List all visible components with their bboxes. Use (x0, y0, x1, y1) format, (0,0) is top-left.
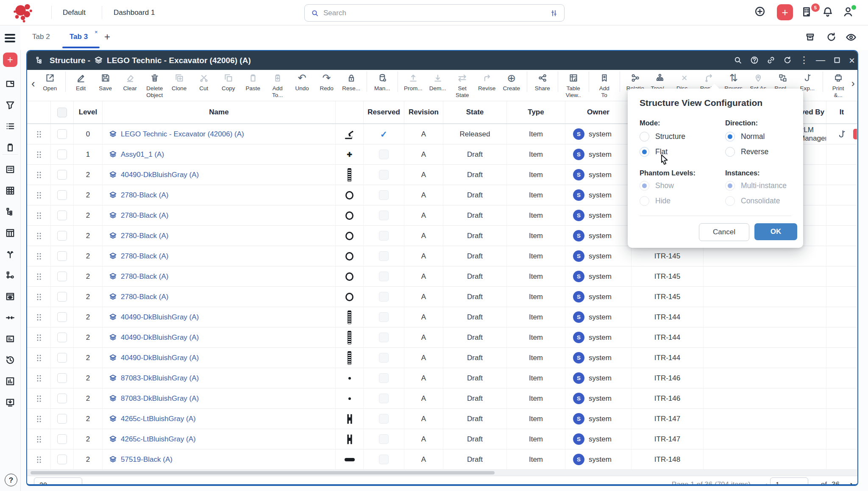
item-name-link[interactable]: Assy01_1 (A) (103, 144, 336, 164)
reserved-cell[interactable] (364, 409, 404, 429)
collapse-toolbar-icon[interactable]: ‹ (31, 78, 35, 89)
page-size-select[interactable]: 20▾ (34, 477, 82, 486)
sidebar-item-eye-window[interactable] (5, 291, 16, 302)
header-type[interactable]: Type (507, 101, 565, 123)
row-checkbox[interactable] (51, 185, 74, 205)
toolbar-button-print[interactable]: Print &... (826, 72, 851, 99)
row-checkbox[interactable] (51, 124, 74, 144)
drag-handle[interactable] (27, 348, 51, 368)
expand-toolbar-icon[interactable]: › (851, 78, 855, 89)
table-row[interactable]: 24265c-LtBluishGray (A)ADraftItemSsystem… (27, 409, 857, 429)
toolbar-button-dem[interactable]: Dem... (426, 72, 450, 92)
reserved-cell[interactable] (364, 144, 404, 164)
filter-sliders-icon[interactable] (550, 9, 558, 17)
reserved-cell[interactable] (364, 246, 404, 266)
radio-structure[interactable]: Structure (640, 132, 685, 141)
quick-create-button[interactable]: + (777, 4, 793, 20)
notifications-icon[interactable] (821, 6, 834, 18)
widget-title-bar[interactable]: Structure - LEGO Technic - Excavator (42… (27, 51, 857, 70)
table-row[interactable]: 240490-DkBluishGray (A)ADraftItemSsystem… (27, 348, 857, 368)
refresh-icon[interactable] (826, 31, 837, 43)
item-name-link[interactable]: 40490-DkBluishGray (A) (103, 348, 336, 368)
workspace-menu[interactable]: Default (63, 0, 86, 25)
item-name-link[interactable]: 57519-Black (A) (103, 449, 336, 469)
horizontal-scrollbar[interactable] (27, 470, 857, 476)
scrollbar-thumb[interactable] (31, 471, 495, 474)
sidebar-item-clipboard[interactable] (5, 142, 16, 153)
brand-logo[interactable] (11, 3, 35, 23)
item-name-link[interactable]: 2780-Black (A) (103, 205, 336, 225)
row-checkbox[interactable] (51, 226, 74, 246)
toolbar-button-revise[interactable]: Revise (475, 72, 499, 92)
eye-icon[interactable] (845, 31, 857, 43)
sidebar-item-grid[interactable] (5, 185, 16, 196)
toolbar-button-clone[interactable]: Clone (167, 72, 192, 92)
drag-handle[interactable] (27, 368, 51, 388)
titlebar-maximize-icon[interactable] (832, 55, 842, 65)
global-search-input[interactable]: Search (304, 4, 565, 22)
hook-icon[interactable] (837, 129, 847, 139)
item-name-link[interactable]: 2780-Black (A) (103, 266, 336, 286)
drag-handle[interactable] (27, 327, 51, 347)
table-row[interactable]: 240490-DkBluishGray (A)ADraftItemSsystem… (27, 327, 857, 348)
toolbar-button-add-to[interactable]: Add To... (265, 72, 290, 99)
drag-handle[interactable] (27, 246, 51, 266)
titlebar-help-icon[interactable] (750, 55, 759, 65)
table-row[interactable]: 22780-Black (A)ADraftItemSsystemITR-145 (27, 287, 857, 307)
toolbar-button-quick[interactable]: Quick (857, 72, 858, 92)
titlebar-link-icon[interactable] (766, 55, 776, 65)
reserved-cell[interactable] (364, 429, 404, 449)
table-row[interactable]: 257519-Black (A)ADraftItemSsystemITR-148 (27, 449, 857, 470)
reserved-cell[interactable] (364, 266, 404, 286)
drag-handle[interactable] (27, 165, 51, 185)
header-revision[interactable]: Revision (404, 101, 443, 123)
row-checkbox[interactable] (51, 246, 74, 266)
header-name[interactable]: Name (103, 101, 336, 123)
item-name-link[interactable]: 40490-DkBluishGray (A) (103, 327, 336, 347)
toolbar-button-table-view[interactable]: Table View.. (561, 72, 586, 99)
toolbar-button-add-to[interactable]: Add To (592, 72, 617, 99)
cancel-button[interactable]: Cancel (699, 223, 749, 241)
row-checkbox[interactable] (51, 307, 74, 327)
sidebar-item-node-link[interactable] (5, 270, 16, 281)
drag-handle[interactable] (27, 266, 51, 286)
drag-handle[interactable] (27, 409, 51, 429)
toolbar-button-clear[interactable]: Clear (118, 72, 142, 92)
reserved-cell[interactable] (364, 368, 404, 388)
reserved-cell[interactable] (364, 185, 404, 205)
row-checkbox[interactable] (51, 205, 74, 225)
sidebar-item-form-card[interactable] (5, 164, 16, 175)
add-tab-button[interactable]: + (104, 31, 110, 43)
drag-handle[interactable] (27, 388, 51, 408)
reserved-cell[interactable] (364, 449, 404, 469)
radio-reverse[interactable]: Reverse (725, 147, 768, 157)
sidebar-item-branch[interactable] (5, 249, 16, 260)
row-checkbox[interactable] (51, 409, 74, 429)
reserved-cell[interactable] (364, 348, 404, 368)
sidebar-item-window[interactable] (5, 78, 16, 89)
item-name-link[interactable]: 4265c-LtBluishGray (A) (103, 409, 336, 429)
tab-close-icon[interactable]: × (95, 29, 98, 35)
titlebar-close-icon[interactable]: × (849, 55, 855, 66)
row-checkbox[interactable] (51, 449, 74, 469)
reserved-cell[interactable] (364, 165, 404, 185)
ok-button[interactable]: OK (754, 223, 797, 240)
reserved-cell[interactable] (364, 226, 404, 246)
item-name-link[interactable]: 2780-Black (A) (103, 287, 336, 307)
reserved-cell[interactable] (364, 388, 404, 408)
sidebar-item-history[interactable] (5, 355, 16, 366)
drag-handle[interactable] (27, 205, 51, 225)
item-name-link[interactable]: 2780-Black (A) (103, 185, 336, 205)
toolbar-button-man[interactable]: Man... (370, 72, 395, 92)
prev-page-icon[interactable]: ‹ (765, 480, 768, 486)
item-name-link[interactable]: LEGO Technic - Excavator (42006) (A) (103, 124, 336, 144)
titlebar-search-icon[interactable] (733, 55, 743, 65)
toolbar-button-redo[interactable]: ↷Redo (314, 72, 339, 92)
item-name-link[interactable]: 87083-DkBluishGray (A) (103, 368, 336, 388)
toolbar-button-edit[interactable]: Edit (69, 72, 93, 92)
table-row[interactable]: 287083-DkBluishGray (A)ADraftItemSsystem… (27, 388, 857, 409)
page-number-input[interactable]: 1 (770, 477, 808, 486)
toolbar-button-copy[interactable]: Copy (216, 72, 241, 92)
titlebar-refresh-icon[interactable] (783, 55, 792, 65)
reserved-cell[interactable] (364, 327, 404, 347)
